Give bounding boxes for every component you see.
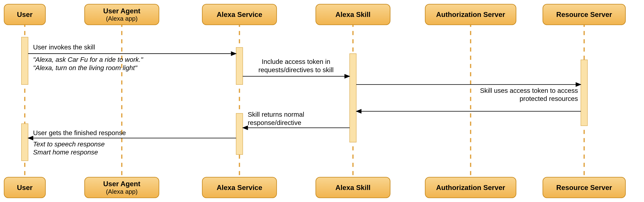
- participant-title-res-top: Resource Server: [556, 10, 612, 18]
- note-final-2: Smart home response: [33, 149, 98, 156]
- participant-sub-agent-bottom: (Alexa app): [106, 188, 138, 195]
- activation-skill: [350, 54, 356, 142]
- participant-title-auth-top: Authorization Server: [436, 10, 505, 18]
- note-invoke-1: "Alexa, ask Car Fu for a ride to work.": [33, 56, 143, 63]
- label-include-token-2: requests/directives to skill: [258, 66, 334, 74]
- label-use-token-1: Skill uses access token to access: [480, 87, 578, 94]
- activation-user-2: [22, 124, 28, 161]
- participant-title-user-top: User: [17, 10, 32, 18]
- label-final-response: User gets the finished response: [33, 129, 126, 136]
- participant-title-agent-top: User Agent: [103, 7, 140, 15]
- activation-user-1: [22, 37, 28, 85]
- note-invoke-2: "Alexa, turn on the living room light": [33, 64, 138, 71]
- label-skill-response-2: response/directive: [248, 119, 301, 126]
- participant-title-res-bottom: Resource Server: [556, 184, 612, 192]
- label-include-token-1: Include access token in: [262, 58, 330, 65]
- activation-service-2: [236, 113, 243, 154]
- participant-title-auth-bottom: Authorization Server: [436, 184, 505, 192]
- label-skill-response-1: Skill returns normal: [248, 111, 304, 118]
- sequence-diagram: User invokes the skill "Alexa, ask Car F…: [0, 0, 644, 202]
- participant-title-skill-top: Alexa Skill: [335, 10, 370, 18]
- participant-title-agent-bottom: User Agent: [103, 180, 140, 188]
- activation-service-1: [236, 48, 243, 85]
- label-use-token-2: protected resources: [520, 95, 578, 102]
- messages: User invokes the skill "Alexa, ask Car F…: [28, 43, 581, 156]
- participant-sub-agent-top: (Alexa app): [106, 15, 138, 22]
- participant-title-user-bottom: User: [17, 184, 32, 192]
- note-final-1: Text to speech response: [33, 140, 105, 148]
- activation-res: [581, 60, 588, 126]
- participant-title-skill-bottom: Alexa Skill: [335, 184, 370, 192]
- label-invoke-skill: User invokes the skill: [33, 43, 95, 51]
- participant-title-service-top: Alexa Service: [216, 10, 262, 18]
- participant-title-service-bottom: Alexa Service: [216, 184, 262, 192]
- lifelines: [25, 14, 584, 188]
